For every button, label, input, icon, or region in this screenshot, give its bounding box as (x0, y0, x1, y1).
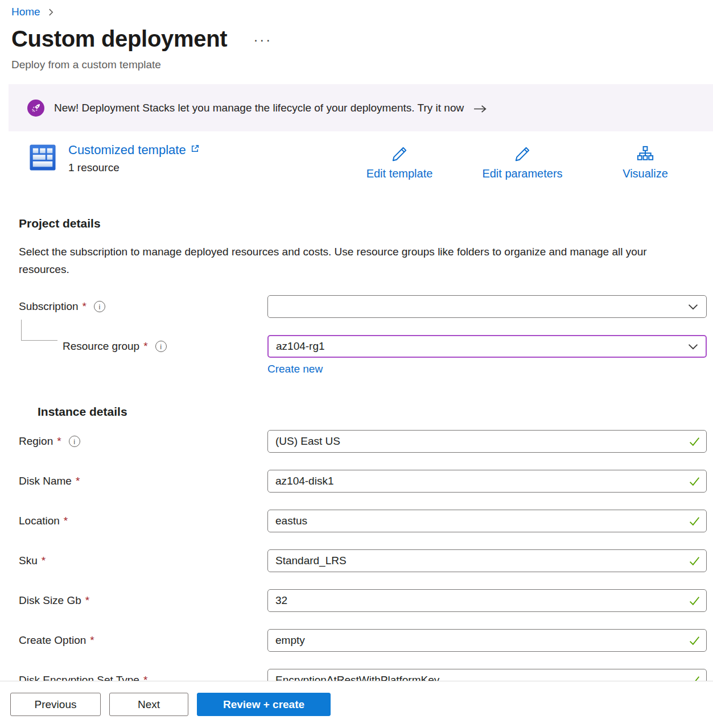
org-chart-icon (636, 145, 654, 163)
next-button[interactable]: Next (109, 693, 188, 716)
valid-check-icon (688, 635, 701, 646)
disk-name-row: Disk Name * (19, 470, 707, 493)
chevron-down-icon (688, 343, 698, 350)
disk-size-label-group: Disk Size Gb * (19, 594, 267, 607)
edit-parameters-label: Edit parameters (482, 167, 562, 180)
valid-check-icon (688, 476, 701, 487)
disk-size-input[interactable] (267, 589, 707, 612)
page-title: Custom deployment (11, 25, 227, 52)
resource-group-value: az104-rg1 (276, 340, 325, 353)
breadcrumb-home-link[interactable]: Home (11, 6, 40, 18)
create-option-input[interactable] (267, 629, 707, 652)
external-link-icon (190, 144, 200, 154)
project-details-heading: Project details (19, 217, 713, 230)
create-option-label-group: Create Option * (19, 634, 267, 647)
arrow-right-icon[interactable] (473, 104, 487, 114)
location-row: Location * (19, 510, 707, 532)
info-icon[interactable] (155, 341, 167, 352)
chevron-right-icon (47, 8, 55, 16)
template-icon (30, 144, 56, 173)
edit-template-label: Edit template (366, 167, 433, 180)
required-marker: * (85, 594, 89, 607)
resource-count: 1 resource (68, 162, 200, 174)
sku-label-group: Sku * (19, 555, 267, 567)
previous-button[interactable]: Previous (10, 693, 101, 716)
template-summary: Customized template 1 resource Edit temp… (30, 143, 707, 181)
resource-group-label-group: Resource group * (19, 340, 267, 353)
required-marker: * (42, 555, 46, 567)
breadcrumb: Home (0, 0, 713, 18)
pencil-icon (513, 145, 531, 163)
banner-message: New! Deployment Stacks let you manage th… (54, 102, 464, 114)
info-icon[interactable] (94, 301, 105, 312)
footer-action-bar: Previous Next Review + create (0, 681, 713, 728)
subscription-label-group: Subscription * (19, 300, 267, 313)
subscription-row: Subscription * (19, 295, 707, 318)
customized-template-link[interactable]: Customized template (68, 143, 200, 158)
location-input[interactable] (267, 510, 707, 532)
disk-size-row: Disk Size Gb * (19, 589, 707, 612)
sku-input[interactable] (267, 549, 707, 572)
edit-parameters-button[interactable]: Edit parameters (461, 145, 584, 180)
title-row: Custom deployment ··· (11, 25, 713, 52)
disk-name-label: Disk Name (19, 475, 72, 487)
valid-check-icon (688, 556, 701, 566)
region-label-group: Region * (19, 435, 267, 448)
deployment-form: Subscription * Resource group * az104-rg… (19, 295, 707, 692)
chevron-down-icon (688, 303, 698, 311)
required-marker: * (64, 515, 68, 527)
disk-name-label-group: Disk Name * (19, 475, 267, 487)
required-marker: * (76, 475, 80, 487)
more-options-button[interactable]: ··· (253, 34, 272, 46)
instance-details-heading: Instance details (38, 405, 707, 419)
create-option-label: Create Option (19, 634, 86, 647)
resource-group-dropdown[interactable]: az104-rg1 (267, 335, 707, 358)
resource-group-label: Resource group (63, 340, 139, 353)
region-input[interactable] (267, 430, 707, 453)
resource-group-connector (21, 320, 57, 341)
required-marker: * (83, 300, 86, 313)
deployment-stacks-banner[interactable]: New! Deployment Stacks let you manage th… (9, 84, 713, 131)
project-details-description: Select the subscription to manage deploy… (19, 243, 673, 278)
subscription-dropdown[interactable] (267, 295, 707, 318)
page-subtitle: Deploy from a custom template (11, 58, 713, 72)
create-new-link[interactable]: Create new (267, 363, 323, 375)
info-icon[interactable] (69, 436, 80, 447)
edit-template-button[interactable]: Edit template (338, 145, 461, 180)
region-label: Region (19, 435, 53, 448)
customized-template-label: Customized template (68, 143, 186, 158)
location-label: Location (19, 515, 60, 527)
valid-check-icon (688, 516, 701, 527)
subscription-label: Subscription (19, 300, 79, 313)
visualize-label: Visualize (623, 167, 668, 180)
review-create-button[interactable]: Review + create (197, 693, 331, 716)
resource-group-row: Resource group * az104-rg1 (19, 335, 707, 358)
create-option-row: Create Option * (19, 629, 707, 652)
required-marker: * (90, 634, 94, 647)
sku-row: Sku * (19, 549, 707, 572)
region-row: Region * (19, 430, 707, 453)
disk-name-input[interactable] (267, 470, 707, 493)
location-label-group: Location * (19, 515, 267, 527)
sku-label: Sku (19, 555, 38, 567)
template-actions: Edit template Edit parameters Visualize (338, 143, 707, 180)
required-marker: * (143, 340, 147, 353)
pencil-icon (390, 145, 409, 163)
visualize-button[interactable]: Visualize (584, 145, 707, 180)
valid-check-icon (688, 595, 701, 606)
required-marker: * (57, 435, 61, 448)
disk-size-label: Disk Size Gb (19, 594, 81, 607)
rocket-icon (27, 100, 44, 117)
valid-check-icon (688, 436, 701, 447)
